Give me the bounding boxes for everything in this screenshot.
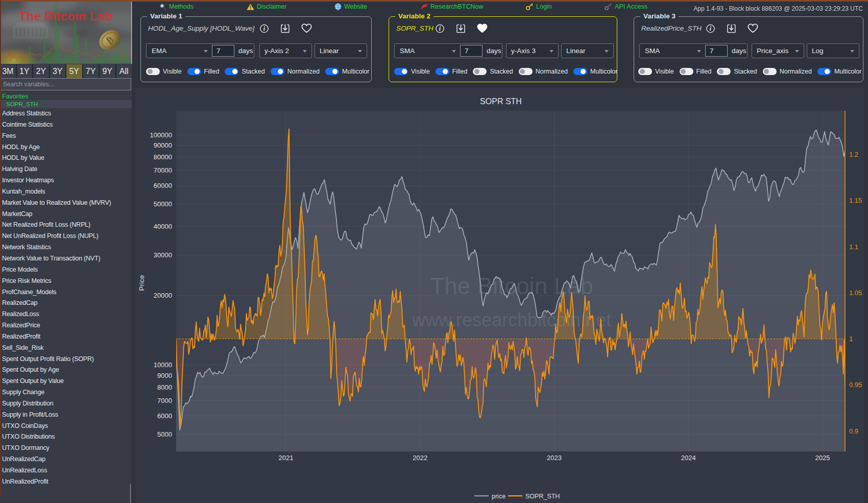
svg-text:40000: 40000	[154, 223, 172, 230]
svg-text:9000: 9000	[157, 372, 172, 379]
svg-text:80000: 80000	[154, 153, 172, 161]
svg-text:1: 1	[849, 335, 853, 343]
svg-text:0.95: 0.95	[849, 381, 862, 389]
svg-text:8000: 8000	[157, 384, 172, 391]
svg-text:6000: 6000	[157, 412, 172, 420]
svg-text:i: i	[710, 25, 712, 32]
svg-text:1.2: 1.2	[849, 151, 858, 158]
svg-text:5000: 5000	[157, 430, 172, 438]
svg-text:2024: 2024	[681, 454, 696, 462]
svg-text:70000: 70000	[154, 166, 172, 174]
svg-text:Price: Price	[138, 275, 146, 291]
svg-text:The Bitcoin Lab: The Bitcoin Lab	[430, 273, 593, 299]
svg-text:The Bitcoin Lab: The Bitcoin Lab	[18, 9, 112, 23]
svg-text:www.researchbitcoin.net: www.researchbitcoin.net	[412, 309, 611, 330]
svg-text:SOPR STH: SOPR STH	[480, 97, 522, 106]
svg-text:1.15: 1.15	[849, 197, 862, 204]
svg-text:60000: 60000	[154, 182, 172, 189]
svg-text:50000: 50000	[154, 200, 172, 208]
svg-text:2021: 2021	[279, 454, 294, 462]
svg-text:1.1: 1.1	[849, 243, 858, 251]
svg-text:SOPR_STH: SOPR_STH	[525, 493, 560, 500]
svg-text:2025: 2025	[815, 454, 830, 462]
svg-text:i: i	[439, 25, 441, 32]
svg-text:2023: 2023	[547, 454, 562, 462]
svg-text:price: price	[492, 493, 505, 500]
svg-text:2022: 2022	[413, 454, 427, 462]
svg-text:1.05: 1.05	[849, 289, 862, 297]
svg-text:i: i	[263, 25, 266, 32]
svg-text:100000: 100000	[150, 131, 172, 139]
svg-text:30000: 30000	[154, 251, 172, 259]
svg-text:20000: 20000	[154, 292, 172, 299]
svg-text:7000: 7000	[157, 397, 172, 404]
svg-text:0.9: 0.9	[849, 427, 858, 435]
svg-text:90000: 90000	[154, 141, 172, 149]
svg-text:10000: 10000	[154, 361, 172, 369]
